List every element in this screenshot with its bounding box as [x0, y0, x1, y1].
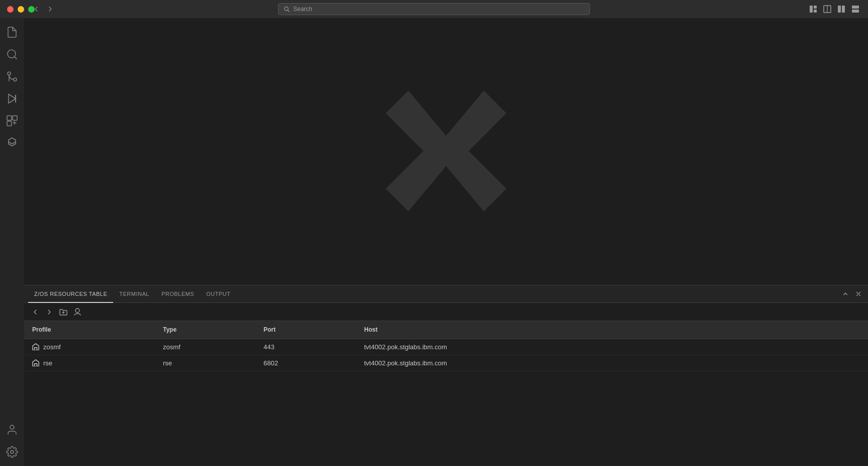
- table-container: Profile Type Port Host zosmfzosmf443tvt4…: [24, 321, 868, 466]
- panel-close-button[interactable]: [853, 288, 864, 299]
- search-placeholder: Search: [293, 6, 312, 13]
- toolbar-open-folder-button[interactable]: [57, 306, 69, 318]
- tab-problems[interactable]: PROBLEMS: [155, 285, 200, 303]
- svg-point-11: [14, 78, 17, 81]
- column-header-host: Host: [356, 321, 868, 339]
- activity-item-source-control[interactable]: [2, 66, 22, 87]
- editor-area: Z/OS RESOURCES TABLE TERMINAL PROBLEMS O…: [24, 18, 868, 466]
- activity-bar-bottom: [2, 420, 22, 466]
- home-icon: [32, 343, 39, 350]
- toolbar-forward-button[interactable]: [43, 306, 55, 318]
- search-icon: [284, 6, 290, 13]
- panel-collapse-button[interactable]: [840, 288, 851, 299]
- editor-content: [24, 18, 868, 285]
- table-cell-port: 6802: [255, 355, 356, 371]
- svg-rect-17: [7, 121, 12, 126]
- navigation-arrows: [30, 3, 56, 15]
- svg-rect-7: [852, 6, 859, 9]
- table-cell-type: rse: [155, 355, 255, 371]
- panel-controls: [840, 288, 864, 299]
- svg-rect-6: [842, 6, 845, 13]
- table-row[interactable]: zosmfzosmf443tvt4002.pok.stglabs.ibm.com: [24, 339, 868, 355]
- column-header-port: Port: [255, 321, 356, 339]
- main-layout: Z/OS RESOURCES TABLE TERMINAL PROBLEMS O…: [0, 18, 868, 466]
- table-cell-host: tvt4002.pok.stglabs.ibm.com: [356, 339, 868, 355]
- svg-rect-15: [7, 116, 12, 120]
- toolbar-back-button[interactable]: [29, 306, 41, 318]
- activity-bar-top: [2, 22, 22, 420]
- svg-point-12: [8, 72, 11, 75]
- svg-line-10: [15, 57, 17, 59]
- table-cell-host: tvt4002.pok.stglabs.ibm.com: [356, 355, 868, 371]
- activity-item-zowe[interactable]: [2, 133, 22, 153]
- svg-rect-0: [810, 6, 813, 13]
- svg-rect-5: [838, 6, 841, 13]
- svg-rect-2: [814, 10, 817, 13]
- svg-point-18: [10, 425, 14, 429]
- layout-icon-1[interactable]: [808, 4, 819, 15]
- table-cell-profile: zosmf: [24, 339, 155, 355]
- svg-point-19: [11, 450, 14, 453]
- column-header-type: Type: [155, 321, 255, 339]
- activity-item-accounts[interactable]: [2, 420, 22, 440]
- svg-rect-8: [852, 10, 859, 13]
- table-cell-port: 443: [255, 339, 356, 355]
- column-header-profile: Profile: [24, 321, 155, 339]
- minimize-button[interactable]: [18, 6, 24, 13]
- table-cell-type: zosmf: [155, 339, 255, 355]
- titlebar-right-controls: [808, 4, 861, 15]
- table-header-row: Profile Type Port Host: [24, 321, 868, 339]
- panel: Z/OS RESOURCES TABLE TERMINAL PROBLEMS O…: [24, 285, 868, 466]
- activity-item-settings[interactable]: [2, 442, 22, 462]
- activity-item-extensions[interactable]: [2, 111, 22, 131]
- activity-item-explorer[interactable]: [2, 22, 22, 42]
- activity-item-search[interactable]: [2, 44, 22, 64]
- layout-icon-3[interactable]: [836, 4, 847, 15]
- activity-bar: [0, 18, 24, 466]
- close-button[interactable]: [7, 6, 14, 13]
- svg-rect-1: [814, 6, 817, 9]
- tab-terminal[interactable]: TERMINAL: [113, 285, 155, 303]
- forward-arrow[interactable]: [44, 3, 56, 15]
- tab-resources-table[interactable]: Z/OS RESOURCES TABLE: [28, 285, 113, 303]
- layout-icon-2[interactable]: [822, 4, 833, 15]
- titlebar: Search: [0, 0, 868, 18]
- search-bar[interactable]: Search: [278, 3, 590, 15]
- resources-table: Profile Type Port Host zosmfzosmf443tvt4…: [24, 321, 868, 371]
- activity-item-run[interactable]: [2, 89, 22, 109]
- layout-icon-4[interactable]: [850, 4, 861, 15]
- panel-tabs: Z/OS RESOURCES TABLE TERMINAL PROBLEMS O…: [24, 285, 868, 303]
- panel-toolbar: [24, 303, 868, 321]
- toolbar-add-profile-button[interactable]: [71, 306, 83, 318]
- svg-rect-16: [13, 116, 17, 120]
- home-icon: [32, 359, 39, 366]
- back-arrow[interactable]: [30, 3, 42, 15]
- table-cell-profile: rse: [24, 355, 155, 371]
- table-row[interactable]: rserse6802tvt4002.pok.stglabs.ibm.com: [24, 355, 868, 371]
- vscode-logo: [371, 75, 522, 228]
- svg-marker-13: [9, 94, 16, 103]
- tab-output[interactable]: OUTPUT: [200, 285, 236, 303]
